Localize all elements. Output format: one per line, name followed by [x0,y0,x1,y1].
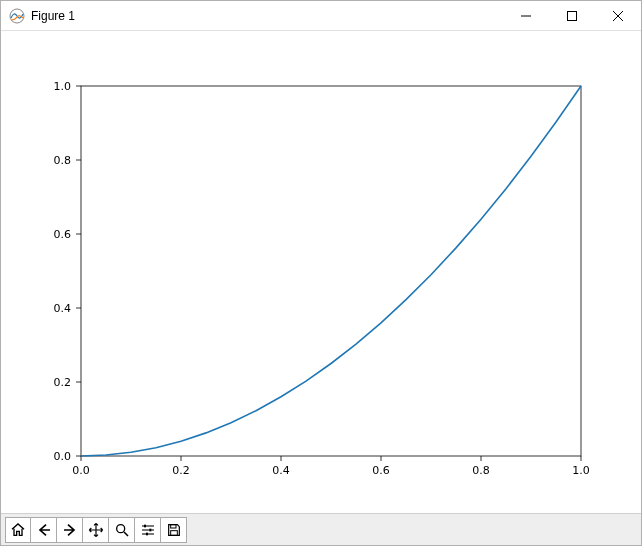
minimize-button[interactable] [503,1,549,30]
x-tick-label: 0.6 [372,464,390,477]
arrow-right-icon [62,522,78,538]
maximize-button[interactable] [549,1,595,30]
zoom-icon [114,522,130,538]
configure-button[interactable] [135,517,161,543]
zoom-button[interactable] [109,517,135,543]
maximize-icon [567,11,577,21]
x-tick-label: 0.2 [172,464,190,477]
forward-button[interactable] [57,517,83,543]
y-tick-label: 0.2 [54,376,72,389]
svg-line-19 [124,532,128,536]
save-icon [166,522,182,538]
svg-rect-27 [170,530,177,535]
y-tick-label: 0.0 [54,450,72,463]
data-line [81,86,581,456]
y-tick-label: 0.4 [54,302,72,315]
matplotlib-toolbar [1,513,641,545]
home-icon [10,522,26,538]
svg-rect-24 [149,528,151,531]
svg-rect-2 [568,11,577,20]
pan-button[interactable] [83,517,109,543]
plot-svg: 0.00.20.40.60.81.00.00.20.40.60.81.0 [1,31,641,513]
move-icon [88,522,104,538]
y-tick-label: 1.0 [54,80,72,93]
home-button[interactable] [5,517,31,543]
app-icon [9,8,25,24]
titlebar: Figure 1 [1,1,641,31]
svg-point-18 [116,524,124,532]
y-tick-label: 0.6 [54,228,72,241]
back-button[interactable] [31,517,57,543]
figure-window: Figure 1 0.00.20.40.60.81.00.00.20.40.60… [0,0,642,546]
x-tick-label: 0.0 [72,464,90,477]
sliders-icon [140,522,156,538]
arrow-left-icon [36,522,52,538]
x-tick-label: 1.0 [572,464,590,477]
save-button[interactable] [161,517,187,543]
x-tick-label: 0.4 [272,464,290,477]
window-controls [503,1,641,30]
x-tick-label: 0.8 [472,464,490,477]
close-button[interactable] [595,1,641,30]
window-title: Figure 1 [31,9,503,23]
y-tick-label: 0.8 [54,154,72,167]
svg-rect-5 [81,86,581,456]
plot-canvas[interactable]: 0.00.20.40.60.81.00.00.20.40.60.81.0 [1,31,641,513]
close-icon [613,11,623,21]
svg-rect-25 [146,532,148,535]
svg-rect-23 [144,524,146,527]
minimize-icon [521,11,531,21]
